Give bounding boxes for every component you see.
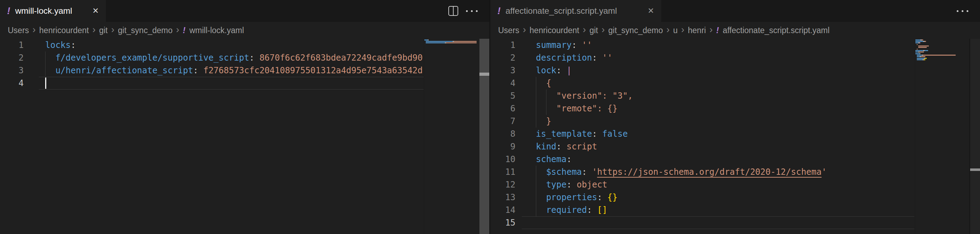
- chevron-separator-icon: ›: [667, 24, 670, 35]
- breadcrumb-item[interactable]: Users: [498, 26, 519, 35]
- minimap[interactable]: [424, 39, 479, 234]
- code-line[interactable]: is_template: false: [522, 128, 914, 140]
- code-token: f/developers_example/supportive_script: [45, 53, 249, 63]
- chevron-separator-icon: ›: [710, 24, 713, 35]
- breadcrumb-file[interactable]: affectionate_script.script.yaml: [723, 26, 830, 35]
- code-line[interactable]: description: '': [522, 51, 914, 64]
- code-line[interactable]: lock: |: [522, 64, 914, 77]
- breadcrumb-item[interactable]: git: [99, 26, 108, 35]
- code-token: type: [536, 180, 566, 190]
- breadcrumb-item[interactable]: git: [590, 26, 598, 35]
- close-icon[interactable]: ✕: [92, 6, 99, 16]
- code-token: :: [71, 40, 76, 50]
- more-actions-icon[interactable]: [957, 10, 968, 12]
- code-token: u/henri/affectionate_script: [45, 66, 193, 76]
- code-token: :: [582, 167, 592, 177]
- code-token: []: [597, 205, 607, 215]
- chevron-separator-icon: ›: [601, 24, 605, 35]
- chevron-separator-icon: ›: [176, 24, 179, 35]
- code-token: $schema: [536, 167, 582, 177]
- code-token: :: [193, 66, 204, 76]
- minimap[interactable]: [915, 39, 966, 234]
- code-line[interactable]: "remote": {}: [522, 102, 914, 115]
- tab-wmill-lock[interactable]: ! wmill-lock.yaml ✕: [0, 0, 106, 22]
- code-token: :: [592, 129, 602, 139]
- code-token: object: [577, 180, 608, 190]
- indent-guide: [536, 178, 536, 191]
- code-line[interactable]: type: object: [522, 178, 914, 191]
- code-token: ': [592, 167, 597, 177]
- close-icon[interactable]: ✕: [648, 6, 654, 16]
- indent-guide: [536, 77, 536, 90]
- code-token: '': [602, 53, 612, 63]
- code-token: schema: [536, 154, 566, 164]
- code-line[interactable]: $schema: 'https://json-schema.org/draft/…: [522, 166, 914, 178]
- code-line[interactable]: schema:: [522, 153, 914, 166]
- yaml-file-icon: !: [497, 6, 501, 17]
- code-token: :: [566, 154, 571, 164]
- line-number: 2: [0, 51, 24, 64]
- code-line[interactable]: f/developers_example/supportive_script: …: [39, 51, 424, 64]
- overview-cursor-mark: [970, 168, 980, 171]
- code-token: required: [536, 205, 587, 215]
- code-line[interactable]: {: [522, 77, 914, 90]
- code-token: "version": "3",: [536, 91, 633, 101]
- code-token: {: [536, 78, 551, 88]
- vertical-scrollbar[interactable]: [969, 39, 980, 234]
- code-token: :: [592, 53, 602, 63]
- code-token: kind: [536, 142, 556, 152]
- code-line[interactable]: [39, 77, 424, 90]
- indent-guide: [536, 102, 536, 115]
- editor-actions: [957, 0, 980, 22]
- chevron-separator-icon: ›: [681, 24, 684, 35]
- code-line[interactable]: "version": "3",: [522, 90, 914, 102]
- breadcrumb: Users›henricourdent›git›git_sync_demo›!w…: [0, 22, 489, 39]
- breadcrumb: Users›henricourdent›git›git_sync_demo›u›…: [490, 22, 980, 39]
- code-line[interactable]: u/henri/affectionate_script: f2768573cfc…: [39, 64, 424, 77]
- line-number: 4: [0, 77, 24, 90]
- code-token: {}: [607, 193, 617, 202]
- chevron-separator-icon: ›: [111, 24, 115, 35]
- more-actions-icon[interactable]: [466, 10, 478, 12]
- chevron-separator-icon: ›: [92, 24, 95, 35]
- code-token: 8670f6c62f683bdea72249cadfe9bd90: [259, 53, 423, 63]
- code-area[interactable]: summary: ''description: ''lock: | { "ver…: [522, 39, 914, 234]
- breadcrumb-item[interactable]: u: [673, 26, 678, 35]
- code-line[interactable]: required: []: [522, 204, 914, 217]
- code-line[interactable]: }: [522, 115, 914, 128]
- code-token: properties: [536, 193, 597, 202]
- editor-actions: [449, 0, 489, 22]
- line-number: 7: [490, 115, 515, 128]
- code-token: :: [597, 193, 607, 202]
- code-token: :: [566, 180, 577, 190]
- tab-affectionate-script[interactable]: ! affectionate_script.script.yaml ✕: [490, 0, 661, 22]
- code-area[interactable]: locks: f/developers_example/supportive_s…: [39, 39, 424, 234]
- overview-cursor-mark: [479, 73, 489, 76]
- breadcrumb-file[interactable]: wmill-lock.yaml: [189, 26, 244, 35]
- line-number: 3: [490, 64, 515, 77]
- breadcrumb-item[interactable]: git_sync_demo: [608, 26, 663, 35]
- breadcrumb-item[interactable]: henri: [688, 26, 706, 35]
- split-editor-icon[interactable]: [449, 6, 458, 16]
- breadcrumb-item[interactable]: git_sync_demo: [118, 26, 173, 35]
- line-number: 3: [0, 64, 24, 77]
- breadcrumb-item[interactable]: henricourdent: [530, 26, 579, 35]
- code-line[interactable]: summary: '': [522, 39, 914, 51]
- indent-guide: [45, 64, 46, 77]
- code-line[interactable]: kind: script: [522, 140, 914, 153]
- code-line[interactable]: locks:: [39, 39, 424, 51]
- chevron-separator-icon: ›: [32, 24, 36, 35]
- code-token: ': [821, 167, 826, 177]
- tab-title: wmill-lock.yaml: [15, 6, 72, 16]
- vertical-scrollbar[interactable]: [479, 39, 489, 234]
- code-token: f2768573cfc204108975501312a4d95e7543a635…: [204, 66, 423, 76]
- code-token: is_template: [536, 129, 592, 139]
- line-number: 2: [490, 51, 515, 64]
- code-line[interactable]: [522, 217, 914, 229]
- breadcrumb-item[interactable]: henricourdent: [39, 26, 89, 35]
- indent-guide: [45, 51, 46, 64]
- breadcrumb-item[interactable]: Users: [8, 26, 29, 35]
- gutter: 1234: [0, 39, 39, 234]
- code-line[interactable]: properties: {}: [522, 191, 914, 204]
- line-number: 6: [490, 102, 515, 115]
